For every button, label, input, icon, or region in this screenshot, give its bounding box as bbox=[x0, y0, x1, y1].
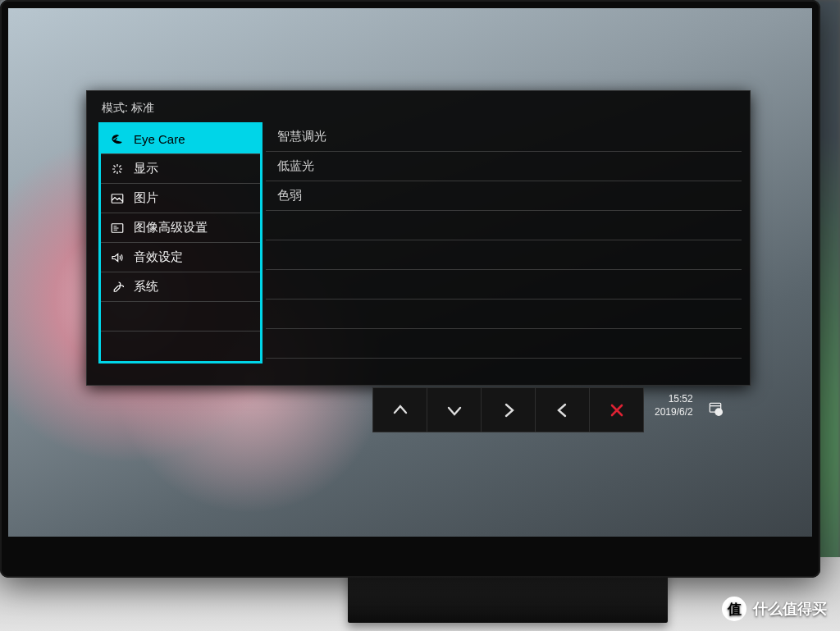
notifications-icon[interactable]: 3 bbox=[705, 399, 725, 418]
menu-item-display[interactable]: 显示 bbox=[101, 154, 260, 184]
submenu-item-empty bbox=[266, 270, 742, 299]
osd-mode-title: 模式: 标准 bbox=[87, 91, 750, 122]
system-icon bbox=[109, 280, 126, 295]
watermark-text: 什么值得买 bbox=[753, 599, 827, 619]
picture-icon bbox=[109, 191, 126, 206]
submenu: 智慧调光 低蓝光 色弱 bbox=[266, 122, 742, 364]
taskbar-clock[interactable]: 15:52 2019/6/2 bbox=[655, 392, 693, 418]
watermark: 值 什么值得买 bbox=[722, 597, 827, 621]
submenu-item-empty bbox=[266, 211, 742, 240]
menu-item-empty bbox=[101, 332, 260, 361]
submenu-item-bi-plus[interactable]: 智慧调光 bbox=[266, 122, 742, 152]
menu-item-picture[interactable]: 图片 bbox=[101, 184, 260, 213]
eye-icon bbox=[109, 132, 126, 147]
menu-label: Eye Care bbox=[134, 132, 252, 146]
display-icon bbox=[109, 162, 126, 176]
watermark-badge: 值 bbox=[722, 597, 746, 621]
nav-up-button[interactable] bbox=[372, 387, 427, 432]
menu-item-eye-care[interactable]: Eye Care bbox=[101, 125, 260, 154]
menu-item-system[interactable]: 系统 bbox=[101, 272, 260, 302]
osd-panel: 模式: 标准 Eye Care bbox=[86, 90, 751, 386]
main-menu: Eye Care 显示 bbox=[98, 122, 262, 364]
osd-nav-strip bbox=[373, 387, 644, 432]
menu-item-picture-advanced[interactable]: 图像高级设置 bbox=[101, 213, 260, 243]
menu-label: 图像高级设置 bbox=[134, 220, 252, 235]
menu-label: 系统 bbox=[134, 279, 252, 295]
submenu-item-empty bbox=[266, 240, 742, 270]
submenu-item-empty bbox=[266, 299, 742, 329]
nav-left-button[interactable] bbox=[535, 387, 590, 432]
clock-time: 15:52 bbox=[655, 392, 693, 405]
menu-label: 音效设定 bbox=[134, 249, 252, 265]
svg-text:3: 3 bbox=[718, 410, 720, 415]
advanced-icon bbox=[109, 221, 126, 235]
screen-area: 模式: 标准 Eye Care bbox=[8, 8, 812, 537]
sound-icon bbox=[109, 250, 126, 265]
menu-item-sound[interactable]: 音效设定 bbox=[101, 243, 260, 272]
nav-right-button[interactable] bbox=[481, 387, 536, 432]
submenu-item-empty bbox=[266, 329, 742, 359]
nav-close-button[interactable] bbox=[589, 387, 644, 432]
clock-date: 2019/6/2 bbox=[655, 405, 693, 418]
menu-label: 图片 bbox=[134, 190, 252, 206]
nav-down-button[interactable] bbox=[427, 387, 482, 432]
submenu-item-low-blue[interactable]: 低蓝光 bbox=[266, 152, 742, 181]
monitor-bezel: 模式: 标准 Eye Care bbox=[0, 0, 820, 578]
menu-item-empty bbox=[101, 302, 260, 332]
submenu-item-color-weak[interactable]: 色弱 bbox=[266, 181, 742, 211]
menu-label: 显示 bbox=[134, 161, 252, 176]
